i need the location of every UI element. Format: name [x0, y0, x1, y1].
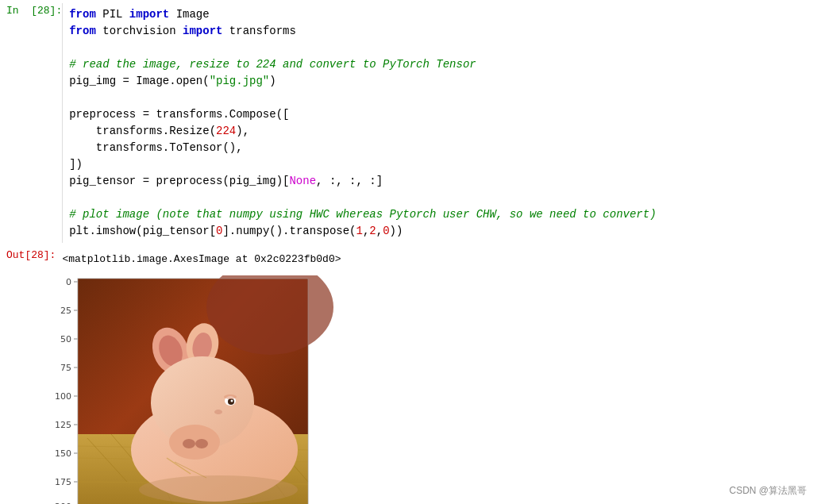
cell-output-text-area: Out[28]: <matplotlib.image.AxesImage at …: [0, 246, 813, 272]
cell-input: In [28]: from PIL import Image from torc…: [0, 0, 813, 246]
code-line-8: transforms.Resize(224),: [69, 123, 807, 140]
matplotlib-figure: 0 25 50 75 100 125 150 175 200: [48, 275, 365, 504]
y-label-25: 25: [60, 306, 71, 316]
code-line-7: preprocess = transforms.Compose([: [69, 106, 807, 123]
output-text: <matplotlib.image.AxesImage at 0x2c0223f…: [62, 253, 341, 265]
svg-point-34: [195, 439, 208, 448]
cell-output-label: Out[28]:: [0, 248, 56, 261]
watermark: CSDN @算法黑哥: [729, 484, 807, 498]
y-label-50: 50: [60, 334, 71, 344]
y-label-0: 0: [66, 277, 71, 287]
y-label-150: 150: [55, 448, 71, 459]
code-line-3: [69, 40, 807, 56]
cell-input-label: In [28]:: [0, 3, 62, 17]
code-line-9: transforms.ToTensor(),: [69, 140, 807, 156]
y-label-125: 125: [55, 420, 71, 430]
code-block[interactable]: from PIL import Image from torchvision i…: [62, 3, 813, 243]
code-line-1: from PIL import Image: [69, 6, 807, 23]
svg-point-26: [139, 475, 298, 504]
notebook: In [28]: from PIL import Image from torc…: [0, 0, 813, 504]
y-label-100: 100: [55, 391, 71, 402]
svg-point-39: [214, 410, 222, 414]
code-line-11: pig_tensor = preprocess(pig_img)[None, :…: [69, 173, 807, 190]
y-label-75: 75: [60, 363, 71, 373]
output-text-block: <matplotlib.image.AxesImage at 0x2c0223f…: [56, 248, 813, 271]
plot-container: 0 25 50 75 100 125 150 175 200: [48, 275, 813, 504]
code-line-4: # read the image, resize to 224 and conv…: [69, 56, 807, 73]
code-line-10: ]): [69, 156, 807, 173]
code-line-5: pig_img = Image.open("pig.jpg"): [69, 73, 807, 90]
code-line-2: from torchvision import transforms: [69, 23, 807, 40]
svg-point-37: [231, 400, 233, 402]
code-line-14: plt.imshow(pig_tensor[0].numpy().transpo…: [69, 223, 807, 240]
svg-point-38: [224, 394, 237, 399]
code-line-12: [69, 190, 807, 206]
y-label-175: 175: [55, 477, 71, 487]
code-line-13: # plot image (note that numpy using HWC …: [69, 206, 807, 223]
code-line-6: [69, 90, 807, 106]
svg-point-33: [183, 439, 195, 448]
